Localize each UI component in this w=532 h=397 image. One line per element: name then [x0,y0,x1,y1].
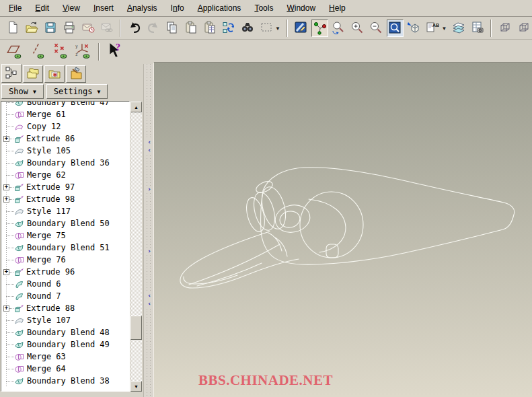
tree-item-label: Round 7 [27,291,61,301]
expand-toggle[interactable]: + [3,136,9,142]
scroll-down-button[interactable]: ▼ [130,381,142,392]
expand-toggle[interactable]: + [3,184,9,190]
select-box-button[interactable] [258,20,274,37]
orient-mode-button[interactable] [330,20,347,37]
tree-item-style-107[interactable]: Style 107 [1,314,129,326]
menu-view[interactable]: View [56,1,86,15]
hidden-line-display-button[interactable] [496,20,513,37]
menu-tools[interactable]: Tools [248,1,279,15]
scrollbar-thumb[interactable] [130,316,142,340]
folder-browser-tab[interactable] [23,65,43,83]
annotations-button[interactable]: AB [424,20,441,37]
undo-button[interactable] [126,20,143,37]
tree-item-merge-61[interactable]: Merge 61 [1,108,129,120]
model-tree-scrollbar[interactable]: ▲ ▼ [130,102,142,392]
redo-button[interactable] [145,20,161,37]
tree-item-boundary-blend-48[interactable]: Boundary Blend 48 [1,326,129,338]
datum-plane-toggle-button[interactable] [4,42,24,62]
navigator-sash[interactable]: ‹‹››‹‹ [143,64,153,397]
connections-tab[interactable] [66,65,86,83]
sash-expand-icon[interactable]: › [146,186,153,192]
copy-button[interactable] [163,20,180,37]
find-button[interactable] [239,20,256,37]
paste-special-button[interactable] [201,20,218,37]
refit-button[interactable] [387,20,404,37]
tree-item-round-6[interactable]: Round 6 [1,278,129,290]
favorites-tab[interactable]: ✱ [44,65,65,83]
tree-item-merge-76[interactable]: Merge 76 [1,254,129,266]
graphics-viewport[interactable]: BBS.CHINADE.NET [153,62,532,397]
send-email-button[interactable] [79,20,96,37]
layers-button[interactable] [450,20,467,37]
settings-dropdown[interactable]: Settings ▼ [46,84,108,99]
wireframe-display-button[interactable] [515,20,532,37]
sash-collapse-icon[interactable]: ‹ [146,139,153,145]
tree-item-boundary-blend-50[interactable]: Boundary Blend 50 [1,217,129,229]
tree-item-round-7[interactable]: Round 7 [1,290,129,302]
datum-point-toggle-button[interactable] [50,42,70,62]
sash-collapse-icon[interactable]: ‹ [146,301,153,307]
redo-icon [146,20,161,37]
tree-item-merge-62[interactable]: Merge 62 [1,169,129,181]
tree-item-label: Merge 75 [27,231,66,240]
tree-item-copy-12[interactable]: Copy 12 [1,120,129,133]
menu-applications[interactable]: Applications [192,1,248,15]
context-help-button[interactable]: ? [105,42,125,62]
reorient-icon [406,20,421,37]
tree-item-merge-75[interactable]: Merge 75 [1,229,129,242]
tree-item-extrude-86[interactable]: +Extrude 86 [1,133,129,145]
menu-insert[interactable]: Insert [87,1,120,15]
tree-item-boundary-blend-38[interactable]: Boundary Blend 38 [1,375,129,387]
tree-item-boundary-blend-47[interactable]: Boundary Blend 47 [1,101,129,108]
new-file-button[interactable] [4,20,21,37]
spin-center-button[interactable] [311,20,328,37]
show-dropdown[interactable]: Show ▼ [1,84,44,99]
zoom-in-button[interactable] [349,20,366,37]
expand-toggle[interactable]: + [3,269,9,275]
crankbait-wireframe-model[interactable] [154,63,532,397]
annotations-dropdown-caret[interactable]: ▼ [442,26,449,32]
print-button[interactable] [61,20,77,37]
tree-item-style-117[interactable]: Style 117 [1,205,129,217]
csys-toggle-button[interactable]: yz [73,42,93,62]
menu-file[interactable]: File [3,1,28,15]
tree-item-merge-63[interactable]: Merge 63 [1,351,129,363]
tree-item-merge-64[interactable]: Merge 64 [1,363,129,375]
regenerate-button[interactable] [220,20,237,37]
zoom-out-button[interactable] [368,20,385,37]
menu-info[interactable]: Info [165,1,190,15]
menu-edit[interactable]: Edit [29,1,55,15]
tree-item-extrude-97[interactable]: +Extrude 97 [1,181,129,193]
reorient-button[interactable] [406,20,422,37]
tree-item-extrude-98[interactable]: +Extrude 98 [1,193,129,205]
lure-bill-seam [197,263,262,286]
tree-item-boundary-blend-36[interactable]: Boundary Blend 36 [1,157,129,169]
round-feature-icon [14,291,25,301]
tree-item-boundary-blend-51[interactable]: Boundary Blend 51 [1,242,129,254]
tree-item-boundary-blend-49[interactable]: Boundary Blend 49 [1,338,129,351]
tree-item-extrude-88[interactable]: +Extrude 88 [1,302,129,314]
sash-collapse-icon[interactable]: ‹ [146,147,153,153]
expand-toggle[interactable]: + [3,305,9,312]
open-file-button[interactable] [23,20,40,37]
email-link-icon [100,20,114,37]
menu-analysis[interactable]: Analysis [121,1,163,15]
tree-item-style-105[interactable]: Style 105 [1,145,129,157]
lure-crescent-curve [309,199,346,252]
sash-collapse-icon[interactable]: ‹ [146,293,153,299]
email-link-button[interactable] [98,20,115,37]
view-manager-button[interactable] [469,20,486,37]
select-box-dropdown-caret[interactable]: ▼ [275,26,282,32]
sash-expand-icon[interactable]: › [146,248,153,254]
repaint-button[interactable] [293,20,309,37]
scroll-up-button[interactable]: ▲ [130,102,142,112]
expand-toggle[interactable]: + [3,196,9,203]
save-button[interactable] [42,20,59,37]
model-tree-tab[interactable] [1,64,22,83]
menu-window[interactable]: Window [280,1,321,15]
menu-help[interactable]: Help [323,1,352,15]
datum-axis-toggle-button[interactable] [27,42,47,62]
tree-item-extrude-96[interactable]: +Extrude 96 [1,266,129,278]
paste-button[interactable] [182,20,199,37]
datum-plane-toggle-icon [5,42,23,61]
